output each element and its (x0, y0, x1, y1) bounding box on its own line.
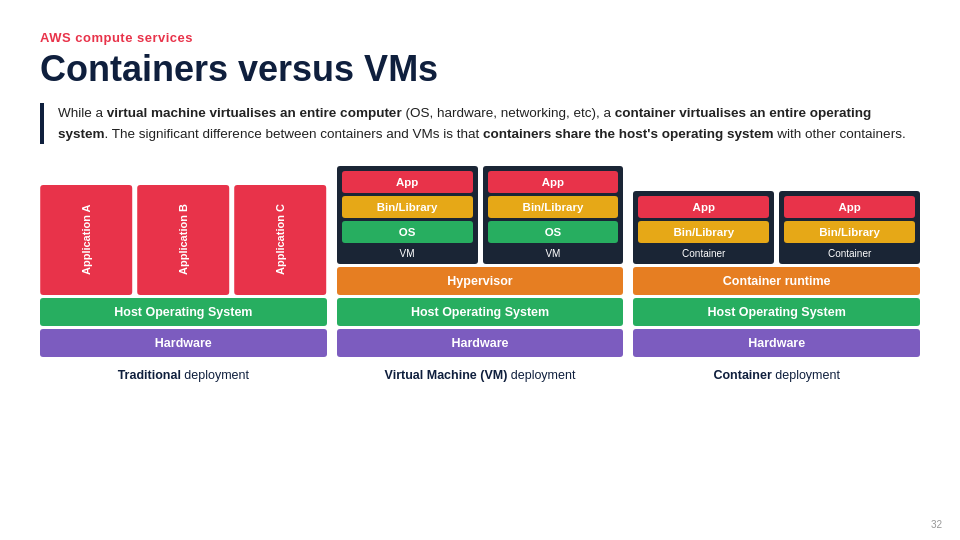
vm-stack-2: App Bin/Library OS VM (483, 166, 624, 264)
title: Containers versus VMs (40, 49, 920, 89)
c2-app: App (784, 196, 915, 218)
vm2-app: App (488, 171, 619, 193)
vm-hypervisor: Hypervisor (337, 267, 624, 295)
quote-text: While a virtual machine virtualises an e… (58, 105, 906, 141)
vm-stacks-row: App Bin/Library OS VM App Bin/Library OS… (337, 166, 624, 264)
vm-label-bold: Virtual Machine (VM) (385, 368, 508, 382)
trad-apps-row: Application A Application B Application … (40, 185, 327, 295)
container-host-os: Host Operating System (633, 298, 920, 326)
vm-label: Virtual Machine (VM) deployment (385, 368, 576, 382)
trad-label-rest: deployment (181, 368, 249, 382)
app-b: Application B (137, 185, 229, 295)
vm1-label: VM (342, 248, 473, 259)
vm1-os: OS (342, 221, 473, 243)
container-label: Container deployment (713, 368, 839, 382)
diagrams-container: Application A Application B Application … (40, 166, 920, 382)
vm2-bin: Bin/Library (488, 196, 619, 218)
slide: AWS compute services Containers versus V… (0, 0, 960, 540)
trad-host-os: Host Operating System (40, 298, 327, 326)
vm-label-rest: deployment (507, 368, 575, 382)
page-number: 32 (931, 519, 942, 530)
vm-hardware: Hardware (337, 329, 624, 357)
vm-host-os: Host Operating System (337, 298, 624, 326)
c2-label: Container (784, 248, 915, 259)
trad-hardware: Hardware (40, 329, 327, 357)
subtitle: AWS compute services (40, 30, 920, 45)
container-stacks-row: App Bin/Library Container App Bin/Librar… (633, 191, 920, 264)
vm2-label: VM (488, 248, 619, 259)
container-stack-2: App Bin/Library Container (779, 191, 920, 264)
container-diagram: App Bin/Library Container App Bin/Librar… (633, 191, 920, 382)
container-hardware: Hardware (633, 329, 920, 357)
container-runtime: Container runtime (633, 267, 920, 295)
vm1-app: App (342, 171, 473, 193)
vm2-os: OS (488, 221, 619, 243)
app-a: Application A (40, 185, 132, 295)
vm1-bin: Bin/Library (342, 196, 473, 218)
app-c: Application C (234, 185, 326, 295)
c2-bin: Bin/Library (784, 221, 915, 243)
quote-block: While a virtual machine virtualises an e… (40, 103, 920, 145)
c1-label: Container (638, 248, 769, 259)
c1-app: App (638, 196, 769, 218)
traditional-diagram: Application A Application B Application … (40, 185, 327, 382)
trad-label: Traditional deployment (118, 368, 249, 382)
container-stack-1: App Bin/Library Container (633, 191, 774, 264)
trad-label-bold: Traditional (118, 368, 181, 382)
container-label-rest: deployment (772, 368, 840, 382)
c1-bin: Bin/Library (638, 221, 769, 243)
container-label-bold: Container (713, 368, 771, 382)
vm-stack-1: App Bin/Library OS VM (337, 166, 478, 264)
vm-diagram: App Bin/Library OS VM App Bin/Library OS… (337, 166, 624, 382)
